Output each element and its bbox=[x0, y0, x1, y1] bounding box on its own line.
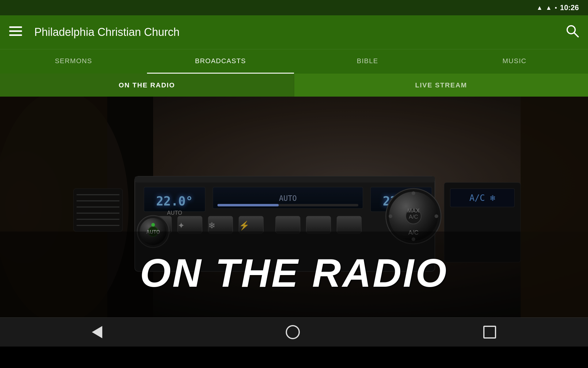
hamburger-menu-button[interactable] bbox=[9, 26, 22, 38]
tab-music[interactable]: MUSIC bbox=[441, 49, 588, 74]
bottom-nav-bar bbox=[0, 317, 588, 347]
nav-home-button[interactable] bbox=[286, 325, 300, 339]
battery-icon: ▪ bbox=[555, 4, 557, 11]
subtab-live-stream[interactable]: LIVE STREAM bbox=[294, 74, 588, 97]
signal-icon: ▲ bbox=[546, 4, 552, 11]
wifi-icon: ▲ bbox=[537, 4, 543, 11]
svg-rect-0 bbox=[9, 26, 22, 28]
tab-broadcasts[interactable]: BROADCASTS bbox=[147, 49, 294, 74]
svg-rect-2 bbox=[9, 34, 22, 36]
search-button[interactable] bbox=[566, 25, 579, 40]
nav-back-button[interactable] bbox=[92, 326, 102, 338]
svg-line-4 bbox=[574, 33, 578, 37]
status-bar: ▲ ▲ ▪ 10:26 bbox=[0, 0, 588, 15]
hero-image-area: 22.0° AUTO AUTO 22.0° ⚙ ✦ ❄ ⚡ bbox=[0, 97, 588, 317]
tab-sermons[interactable]: SERMONS bbox=[0, 49, 147, 74]
sub-tab-bar: ON THE RADIO LIVE STREAM bbox=[0, 74, 588, 97]
tab-bible[interactable]: BIBLE bbox=[294, 49, 441, 74]
app-title: Philadelphia Christian Church bbox=[34, 26, 566, 39]
app-bar: Philadelphia Christian Church bbox=[0, 15, 588, 49]
status-time: 10:26 bbox=[560, 3, 579, 12]
subtab-on-the-radio[interactable]: ON THE RADIO bbox=[0, 74, 294, 97]
hero-title: ON THE RADIO bbox=[0, 253, 588, 293]
main-tab-bar: SERMONS BROADCASTS BIBLE MUSIC bbox=[0, 49, 588, 74]
nav-recent-button[interactable] bbox=[483, 326, 496, 339]
svg-rect-1 bbox=[9, 30, 22, 32]
